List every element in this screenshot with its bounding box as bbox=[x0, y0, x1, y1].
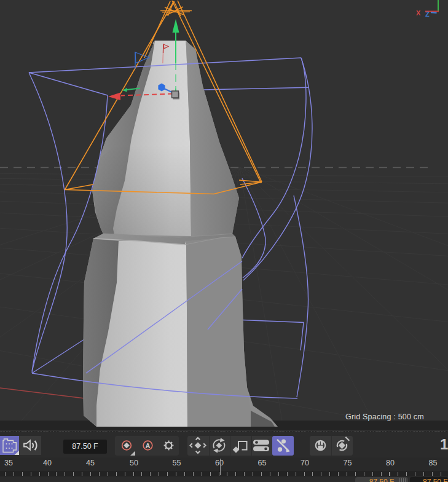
svg-text:X: X bbox=[416, 9, 421, 17]
svg-text:Z: Z bbox=[425, 10, 430, 18]
svg-text:A: A bbox=[146, 442, 151, 449]
